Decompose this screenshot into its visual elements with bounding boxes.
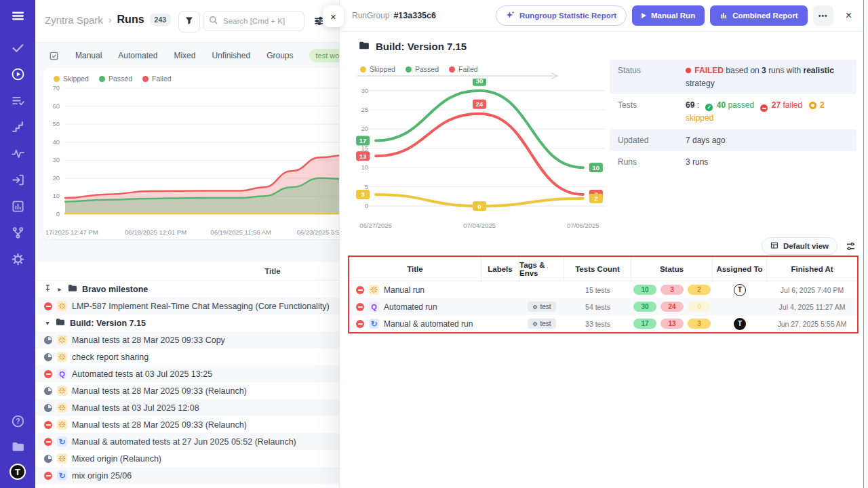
failed-status-icon	[44, 302, 52, 310]
column-header[interactable]: Labels	[481, 257, 519, 281]
drawer-close-button[interactable]: ×	[842, 9, 856, 22]
assignee-cell: T	[713, 284, 767, 296]
rungroup-chart-area: SkippedPassedFailed 05101520253006/27/20…	[351, 62, 610, 233]
scrollbar[interactable]	[863, 0, 868, 488]
svg-text:50: 50	[52, 120, 60, 127]
svg-text:10: 10	[593, 164, 600, 171]
svg-text:06/19/2025 11:56 AM: 06/19/2025 11:56 AM	[210, 228, 271, 236]
filter-button[interactable]	[178, 11, 200, 33]
status-count-pill: 10	[633, 285, 656, 295]
default-view-button[interactable]: Default view	[762, 237, 837, 255]
column-header[interactable]: Finished At	[767, 257, 857, 281]
run-title: Manual tests at 28 Mar 2025 09:33 (Relau…	[72, 420, 247, 430]
manual-run-icon	[57, 301, 67, 311]
tab-automated[interactable]: Automated	[118, 51, 157, 60]
import-icon[interactable]	[10, 172, 25, 187]
svg-text:0: 0	[477, 203, 481, 210]
app-window: ?T Zyntra Spark › Runs 243	[0, 0, 868, 488]
run-title: mix origin 25/06	[72, 471, 132, 481]
manual-run-icon	[57, 420, 67, 430]
account-logo-icon[interactable]: T	[9, 464, 26, 480]
search-icon	[209, 15, 218, 27]
svg-text:20: 20	[52, 174, 60, 182]
more-actions-button[interactable]: •••	[813, 5, 833, 26]
tasks-check-icon[interactable]	[10, 40, 25, 55]
annotation-highlight: TitleLabelsTags & EnvsTests CountStatusA…	[348, 256, 859, 333]
svg-text:70: 70	[52, 84, 60, 92]
rungroup-line-chart: 05101520253006/27/202507/04/202507/06/20…	[351, 79, 607, 230]
help-icon[interactable]: ?	[10, 413, 25, 428]
table-row[interactable]: ↻Manual & automated runtest33 tests17133…	[349, 315, 857, 332]
svg-text:15: 15	[361, 144, 368, 152]
failed-dot-icon	[686, 68, 691, 73]
folder-icon	[359, 41, 370, 52]
panel-close-button[interactable]: ×	[323, 5, 344, 27]
tags-cell: test	[519, 319, 564, 329]
runs-table-header: TitleLabelsTags & EnvsTests CountStatusA…	[349, 257, 857, 281]
menu-icon[interactable]	[10, 8, 25, 23]
failed-status-icon	[44, 421, 52, 429]
rungroup-drawer: RunGroup #13a335c6 Rungroup Statistic Re…	[339, 0, 868, 488]
svg-text:07/06/2025: 07/06/2025	[567, 222, 599, 229]
pulse-icon[interactable]	[10, 146, 25, 161]
test-plans-icon[interactable]	[10, 93, 25, 108]
tests-count-cell: 54 tests	[564, 303, 631, 311]
tab-manual[interactable]: Manual	[75, 51, 102, 60]
run-title: check report sharing	[72, 352, 149, 362]
caret-down-icon[interactable]: ▾	[44, 319, 51, 327]
settings-icon[interactable]	[10, 251, 25, 266]
column-header[interactable]: Tests Count	[564, 257, 631, 281]
combined-report-button[interactable]: Combined Report	[710, 5, 807, 26]
svg-text:0: 0	[56, 210, 60, 218]
tests-count-cell: 15 tests	[564, 286, 631, 294]
mixed-run-icon: ↻	[57, 436, 67, 447]
table-view-icon	[770, 241, 778, 251]
rungroup-label: RunGroup	[352, 11, 389, 20]
analytics-icon[interactable]	[10, 199, 25, 214]
rungroup-id: #13a335c6	[393, 11, 436, 20]
projects-icon[interactable]	[10, 439, 25, 453]
breadcrumb: Zyntra Spark › Runs 243	[45, 14, 171, 26]
tag-pill: test	[528, 319, 555, 329]
tab-mixed[interactable]: Mixed	[174, 51, 195, 60]
select-runs-icon[interactable]	[49, 51, 59, 61]
steps-icon[interactable]	[10, 119, 25, 134]
failed-status-icon	[44, 438, 52, 446]
in-progress-status-icon	[44, 404, 52, 412]
table-row[interactable]: Manual run15 tests1032TJul 6, 2025 7:40 …	[349, 281, 857, 298]
breadcrumb-project[interactable]: Zyntra Spark	[45, 14, 103, 26]
runs-play-icon[interactable]	[10, 66, 25, 81]
column-header[interactable]: Tags & Envs	[519, 257, 564, 281]
run-title: Manual tests at 03 Jul 2025 12:08	[72, 403, 199, 413]
table-settings-icon[interactable]	[846, 241, 856, 251]
run-title: Manual run	[384, 285, 425, 295]
status-cell: 17133	[631, 319, 713, 329]
statistic-report-button[interactable]: Rungroup Statistic Report	[496, 5, 627, 26]
finished-at-cell: Jul 6, 2025 7:40 PM	[767, 286, 857, 294]
search-box[interactable]	[203, 11, 304, 31]
run-title: Automated run	[384, 302, 437, 312]
manual-run-icon	[57, 386, 67, 396]
drawer-actions: Rungroup Statistic Report Manual Run Com…	[496, 5, 856, 26]
skipped-circle-icon	[809, 102, 816, 109]
status-cell: 1032	[631, 285, 713, 295]
tab-groups[interactable]: Groups	[267, 51, 293, 60]
column-header[interactable]: Assigned To	[713, 257, 767, 281]
automated-run-icon: Q	[57, 369, 67, 379]
timeline-arrow-icon	[357, 72, 561, 80]
run-title: Manual & automated run	[384, 319, 473, 329]
manual-run-button[interactable]: Manual Run	[632, 5, 705, 26]
svg-text:30: 30	[361, 87, 368, 94]
assignee-cell: T	[713, 318, 767, 330]
column-header[interactable]: Title	[349, 257, 481, 281]
branches-icon[interactable]	[10, 225, 25, 240]
column-header[interactable]: Status	[631, 257, 713, 281]
manual-run-icon	[57, 403, 67, 413]
breadcrumb-page[interactable]: Runs	[117, 14, 144, 26]
table-row[interactable]: QAutomated runtest54 tests30240Jul 4, 20…	[349, 298, 857, 315]
pin-icon	[44, 284, 52, 294]
search-input[interactable]	[222, 16, 299, 26]
runs-table-body: Manual run15 tests1032TJul 6, 2025 7:40 …	[349, 281, 857, 332]
caret-right-icon[interactable]: ▸	[56, 285, 63, 293]
tab-unfinished[interactable]: Unfinished	[212, 51, 250, 60]
